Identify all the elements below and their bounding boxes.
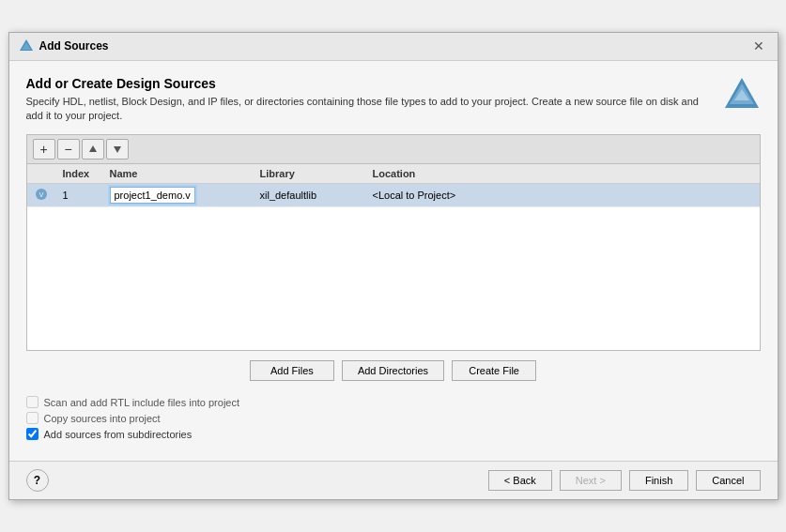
down-arrow-icon	[113, 144, 122, 154]
app-icon	[19, 38, 34, 53]
source-file-icon: V	[35, 188, 48, 201]
back-button[interactable]: < Back	[488, 470, 552, 491]
sources-table: Index Name Library Location V	[27, 164, 760, 207]
add-subdirs-checkbox[interactable]	[26, 428, 39, 440]
header-section: Add or Create Design Sources Specify HDL…	[26, 76, 761, 124]
dialog-body: Add or Create Design Sources Specify HDL…	[9, 61, 778, 462]
add-item-button[interactable]: +	[33, 139, 55, 160]
svg-marker-6	[114, 146, 121, 153]
row-icon-cell: V	[27, 184, 55, 207]
remove-item-button[interactable]: −	[57, 139, 80, 160]
title-bar: Add Sources ✕	[9, 33, 778, 61]
next-button[interactable]: Next >	[560, 470, 622, 491]
vivado-logo	[723, 76, 761, 114]
help-button[interactable]: ?	[26, 469, 49, 492]
dialog-title: Add Sources	[39, 39, 109, 53]
header-text: Add or Create Design Sources Specify HDL…	[26, 76, 714, 124]
add-sources-dialog: Add Sources ✕ Add or Create Design Sourc…	[8, 32, 778, 501]
finish-button[interactable]: Finish	[629, 470, 688, 491]
svg-text:V: V	[39, 191, 43, 198]
add-subdirs-label: Add sources from subdirectories	[44, 429, 193, 440]
cancel-button[interactable]: Cancel	[696, 470, 760, 491]
col-header-index: Index	[55, 164, 102, 184]
add-directories-button[interactable]: Add Directories	[342, 360, 444, 381]
add-subdirs-row: Add sources from subdirectories	[26, 428, 761, 440]
footer: ? < Back Next > Finish Cancel	[9, 461, 778, 499]
title-bar-left: Add Sources	[19, 38, 109, 53]
copy-sources-row: Copy sources into project	[26, 412, 761, 424]
move-down-button[interactable]	[106, 139, 129, 160]
footer-buttons: < Back Next > Finish Cancel	[488, 470, 761, 491]
svg-marker-5	[89, 145, 97, 152]
col-header-name: Name	[102, 164, 253, 184]
row-index: 1	[55, 184, 102, 207]
add-files-button[interactable]: Add Files	[250, 360, 334, 381]
move-up-button[interactable]	[82, 139, 104, 160]
header-description: Specify HDL, netlist, Block Design, and …	[26, 95, 714, 124]
row-name: project1_demo.v	[102, 184, 253, 207]
col-header-location: Location	[365, 164, 760, 184]
copy-sources-checkbox[interactable]	[26, 412, 39, 424]
checkboxes-section: Scan and add RTL include files into proj…	[26, 396, 761, 444]
up-arrow-icon	[88, 144, 98, 154]
row-library: xil_defaultlib	[253, 184, 365, 207]
action-buttons: Add Files Add Directories Create File	[26, 360, 761, 381]
col-header-icon	[27, 164, 55, 184]
table-row[interactable]: V 1 project1_demo.v xil_defaultlib <Loca…	[27, 184, 760, 207]
toolbar: + −	[26, 134, 761, 163]
copy-sources-label: Copy sources into project	[44, 413, 161, 424]
create-file-button[interactable]: Create File	[452, 360, 536, 381]
scan-rtl-checkbox[interactable]	[26, 396, 39, 408]
close-button[interactable]: ✕	[749, 38, 768, 53]
scan-rtl-row: Scan and add RTL include files into proj…	[26, 396, 761, 408]
header-title: Add or Create Design Sources	[26, 76, 714, 91]
row-location: <Local to Project>	[365, 184, 760, 207]
scan-rtl-label: Scan and add RTL include files into proj…	[44, 397, 240, 408]
col-header-library: Library	[253, 164, 365, 184]
sources-table-container: Index Name Library Location V	[26, 163, 761, 351]
table-header-row: Index Name Library Location	[27, 164, 760, 184]
